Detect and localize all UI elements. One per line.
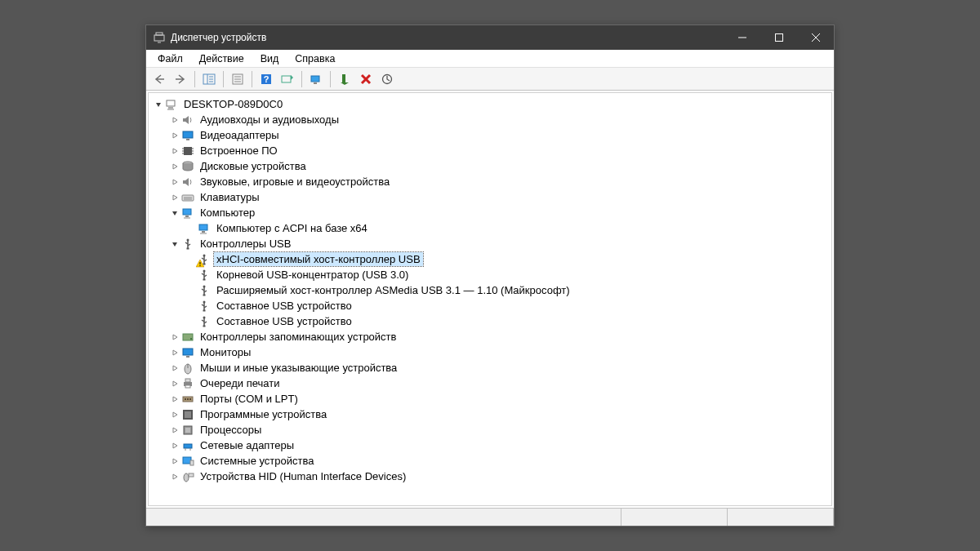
- chevron-down-icon[interactable]: [170, 239, 180, 249]
- category-usb-controllers[interactable]: Контроллеры USB: [154, 236, 831, 251]
- tree-item-label: Программные устройства: [198, 407, 329, 421]
- menu-action[interactable]: Действие: [191, 51, 252, 66]
- tree-item-label: xHCI-совместимый хост-контроллер USB: [214, 252, 423, 266]
- chevron-right-icon[interactable]: [170, 425, 180, 435]
- category-audio[interactable]: Аудиовходы и аудиовыходы: [154, 112, 831, 127]
- tree-item-label: Сетевые адаптеры: [198, 438, 296, 452]
- tree-item-label: Аудиовходы и аудиовыходы: [198, 113, 341, 127]
- chevron-right-icon[interactable]: [170, 394, 180, 404]
- device-usb-root-hub[interactable]: Корневой USB-концентратор (USB 3.0): [154, 267, 831, 282]
- tree-item-label: Компьютер: [198, 206, 257, 220]
- device-usb-composite-1[interactable]: Составное USB устройство: [154, 298, 831, 313]
- device-manager-window: Диспетчер устройств Файл Действие Вид Сп…: [145, 24, 835, 527]
- scan-hardware-button[interactable]: [278, 70, 297, 88]
- category-software-devices[interactable]: Программные устройства: [154, 407, 831, 422]
- computer_root-icon: [165, 98, 178, 111]
- mouse-icon: [181, 362, 194, 375]
- tree-root-node[interactable]: DESKTOP-089D0C0: [154, 96, 831, 112]
- svg-rect-78: [187, 398, 189, 400]
- category-display-adapters[interactable]: Видеоадаптеры: [154, 127, 831, 143]
- menu-file[interactable]: Файл: [149, 51, 191, 66]
- chevron-right-icon[interactable]: [170, 193, 180, 202]
- minimize-button[interactable]: [724, 25, 760, 50]
- chevron-right-icon[interactable]: [170, 146, 180, 156]
- monitor-icon: [181, 129, 194, 142]
- chevron-down-icon[interactable]: [154, 100, 163, 109]
- svg-rect-19: [311, 76, 319, 82]
- usb-icon: [198, 300, 211, 313]
- menu-view[interactable]: Вид: [252, 51, 287, 66]
- category-storage-controllers[interactable]: Контроллеры запоминающих устройств: [154, 329, 831, 344]
- tree-item-label: Дисковые устройства: [198, 159, 309, 173]
- chevron-right-icon[interactable]: [170, 456, 180, 466]
- chevron-right-icon[interactable]: [170, 162, 180, 171]
- chevron-right-icon[interactable]: [170, 131, 180, 140]
- category-ports[interactable]: Порты (COM и LPT): [154, 391, 831, 407]
- svg-rect-69: [183, 349, 193, 355]
- network-icon: [181, 439, 194, 452]
- svg-rect-4: [775, 34, 782, 42]
- back-button[interactable]: [149, 70, 169, 88]
- chevron-right-icon[interactable]: [170, 115, 180, 125]
- category-disk-drives[interactable]: Дисковые устройства: [154, 158, 831, 174]
- category-network-adapters[interactable]: Сетевые адаптеры: [154, 438, 831, 453]
- chevron-right-icon[interactable]: [170, 410, 180, 420]
- category-mice[interactable]: Мыши и иные указывающие устройства: [154, 360, 831, 375]
- usb-icon: [198, 269, 211, 282]
- svg-rect-21: [342, 74, 345, 82]
- category-keyboards[interactable]: Клавиатуры: [154, 189, 831, 205]
- tree-item-label: Контроллеры USB: [198, 237, 293, 251]
- help-button[interactable]: ?: [256, 70, 276, 88]
- menu-help[interactable]: Справка: [287, 51, 343, 66]
- tree-item-label: Мыши и иные указывающие устройства: [198, 361, 399, 375]
- category-monitors[interactable]: Мониторы: [154, 344, 831, 360]
- update-driver-button[interactable]: [306, 70, 326, 88]
- enable-device-button[interactable]: [335, 70, 354, 88]
- hid-icon: [181, 470, 194, 483]
- device-xhci-controller[interactable]: xHCI-совместимый хост-контроллер USB: [154, 251, 831, 267]
- computer-icon: [198, 222, 211, 235]
- tree-item-label: Системные устройства: [198, 454, 316, 468]
- close-button[interactable]: [797, 25, 834, 50]
- device-acpi-computer[interactable]: Компьютер с ACPI на базе x64: [154, 220, 831, 236]
- warning-badge-icon: [196, 260, 204, 268]
- tree-item-label: Звуковые, игровые и видеоустройства: [198, 175, 392, 189]
- device-tree[interactable]: DESKTOP-089D0C0Аудиовходы и аудиовыходыВ…: [148, 92, 832, 506]
- statusbar: [146, 508, 834, 526]
- show-hide-tree-button[interactable]: [199, 70, 219, 88]
- svg-rect-74: [185, 379, 190, 382]
- chevron-right-icon[interactable]: [170, 348, 180, 358]
- category-firmware[interactable]: Встроенное ПО: [154, 143, 831, 158]
- category-system-devices[interactable]: Системные устройства: [154, 453, 831, 469]
- chevron-down-icon[interactable]: [170, 208, 180, 218]
- category-sound[interactable]: Звуковые, игровые и видеоустройства: [154, 174, 831, 189]
- uninstall-device-button[interactable]: [356, 70, 376, 88]
- svg-point-89: [184, 473, 189, 482]
- device-usb-composite-2[interactable]: Составное USB устройство: [154, 313, 831, 329]
- properties-button[interactable]: [228, 70, 247, 88]
- forward-button[interactable]: [171, 70, 190, 88]
- titlebar[interactable]: Диспетчер устройств: [146, 25, 834, 50]
- cpu-icon: [181, 424, 194, 437]
- chevron-right-icon[interactable]: [170, 441, 180, 451]
- maximize-button[interactable]: [760, 25, 797, 50]
- svg-rect-49: [187, 247, 189, 249]
- chevron-right-icon[interactable]: [170, 363, 180, 373]
- svg-point-54: [199, 264, 200, 265]
- usb-icon: [198, 315, 211, 328]
- tree-item-label: Расширяемый хост-контроллер ASMedia USB …: [214, 283, 572, 297]
- category-computer[interactable]: Компьютер: [154, 205, 831, 220]
- toolbar: ?: [146, 68, 834, 91]
- chevron-right-icon[interactable]: [170, 332, 180, 342]
- chevron-right-icon[interactable]: [170, 177, 180, 187]
- category-processors[interactable]: Процессоры: [154, 422, 831, 438]
- disk-icon: [181, 160, 194, 173]
- svg-rect-60: [203, 294, 206, 295]
- chevron-right-icon[interactable]: [170, 379, 180, 389]
- device-asmedia-controller[interactable]: Расширяемый хост-контроллер ASMedia USB …: [154, 282, 831, 298]
- category-hid-devices[interactable]: Устройства HID (Human Interface Devices): [154, 469, 831, 484]
- chevron-right-icon[interactable]: [170, 472, 180, 482]
- category-print-queues[interactable]: Очереди печати: [154, 375, 831, 391]
- tree-item-label: Видеоадаптеры: [198, 128, 282, 142]
- disable-device-button[interactable]: [377, 70, 397, 88]
